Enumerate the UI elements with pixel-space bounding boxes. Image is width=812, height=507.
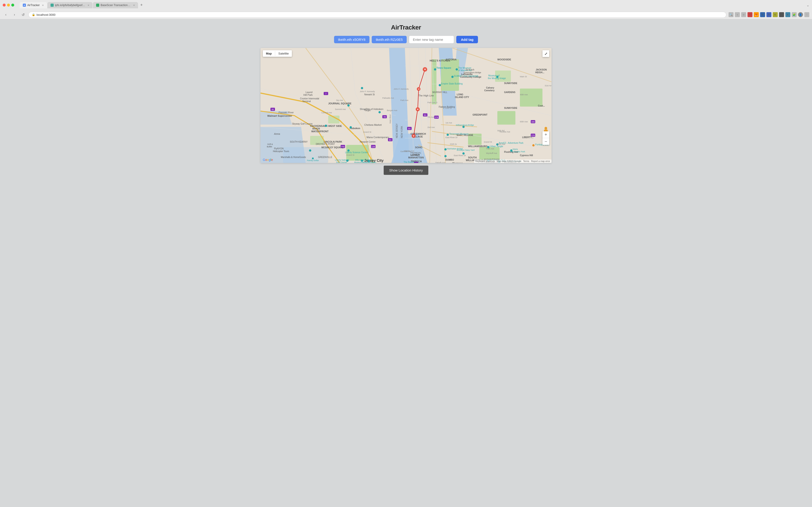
ext-icon1[interactable]: V bbox=[760, 12, 765, 17]
tab-close-ipfs[interactable]: ✕ bbox=[88, 4, 89, 6]
report-link[interactable]: Report a map error bbox=[531, 160, 550, 163]
show-location-history-button[interactable]: Show Location History bbox=[384, 166, 428, 175]
svg-text:▾: ▾ bbox=[413, 134, 415, 137]
expand-button[interactable]: ⌄ bbox=[807, 3, 809, 7]
svg-text:MCGINLEY SQUARE: MCGINLEY SQUARE bbox=[321, 146, 344, 149]
svg-text:Helicopter Tours: Helicopter Tours bbox=[273, 150, 289, 153]
minimize-button[interactable] bbox=[7, 4, 10, 6]
shield-icon[interactable]: 🛡 bbox=[748, 12, 753, 17]
satellite-view-button[interactable]: Satellite bbox=[275, 50, 292, 57]
share-icon[interactable]: ↑ bbox=[735, 12, 740, 17]
tag-1-button[interactable]: tkeith.eth x5ORY8 bbox=[334, 36, 369, 43]
avatar-icon[interactable]: 👤 bbox=[798, 12, 803, 17]
back-button[interactable]: ‹ bbox=[3, 11, 9, 18]
svg-text:Wegmans: Wegmans bbox=[452, 162, 463, 163]
svg-text:Main Blvd: Main Blvd bbox=[389, 114, 391, 123]
browser-actions: 🔍 ↑ ☆ 🛡 🦊 V R K ⬡ K 🧩 👤 ⋮ bbox=[728, 12, 809, 17]
svg-text:ISLAND CITY: ISLAND CITY bbox=[455, 96, 469, 99]
svg-text:Target: Target bbox=[364, 109, 370, 112]
svg-text:278: 278 bbox=[435, 116, 438, 118]
svg-text:Statue of Liberty: Statue of Liberty bbox=[362, 162, 376, 163]
svg-text:56th Rd: 56th Rd bbox=[497, 129, 505, 132]
svg-text:Newark St: Newark St bbox=[364, 93, 375, 96]
fox-icon[interactable]: 🦊 bbox=[754, 12, 759, 17]
svg-text:Arena: Arena bbox=[274, 133, 280, 135]
map-container: Passaic River Arena Skyway Golf Course S… bbox=[260, 48, 552, 163]
tab-close-basescan[interactable]: ✕ bbox=[133, 4, 135, 6]
svg-text:FlyNYON: FlyNYON bbox=[274, 147, 284, 150]
svg-text:NEW JERSEY: NEW JERSEY bbox=[396, 123, 398, 138]
svg-point-101 bbox=[532, 144, 535, 147]
tab-airtracker[interactable]: A AirTracker ✕ bbox=[19, 2, 47, 8]
page-content: AirTracker tkeith.eth x5ORY8 tkeith.eth … bbox=[0, 19, 812, 179]
svg-text:East River Dr: East River Dr bbox=[446, 136, 458, 138]
tab-basescan[interactable]: BaseScan Transaction Hash (... ✕ bbox=[93, 2, 138, 8]
svg-text:Main St: Main St bbox=[520, 75, 527, 78]
svg-text:Atlantic Ave: Atlantic Ave bbox=[404, 150, 414, 152]
zoom-in-button[interactable]: + bbox=[543, 131, 549, 138]
svg-text:Laurel: Laurel bbox=[306, 91, 313, 94]
svg-text:Ellis Island National: Ellis Island National bbox=[355, 159, 373, 161]
bookmark-icon[interactable]: ☆ bbox=[741, 12, 746, 17]
svg-text:Park Ave: Park Ave bbox=[400, 99, 408, 101]
tab-favicon-ipfs bbox=[51, 4, 54, 7]
map-data-text: Map data ©2023 Google bbox=[497, 160, 521, 163]
tags-row: tkeith.eth x5ORY8 tkeith.eth RZz0E5 Add … bbox=[334, 36, 478, 44]
map-fullscreen-button[interactable]: ⤢ bbox=[543, 50, 549, 57]
close-button[interactable] bbox=[3, 4, 6, 6]
forward-button[interactable]: › bbox=[11, 11, 17, 18]
svg-text:SUNNYSIDE: SUNNYSIDE bbox=[504, 107, 517, 109]
svg-text:▾: ▾ bbox=[424, 68, 426, 71]
svg-text:FDR Dr: FDR Dr bbox=[450, 143, 457, 145]
svg-text:139: 139 bbox=[371, 146, 375, 148]
svg-text:Maria: Maria bbox=[513, 148, 518, 150]
new-tab-button[interactable]: + bbox=[139, 2, 145, 8]
svg-text:SOUTH: SOUTH bbox=[468, 156, 477, 159]
app-title: AirTracker bbox=[391, 24, 421, 31]
tag-2-button[interactable]: tkeith.eth RZz0E5 bbox=[372, 36, 407, 43]
svg-point-90 bbox=[451, 76, 454, 78]
svg-text:Central Ave: Central Ave bbox=[321, 112, 332, 114]
svg-text:Family Dollar: Family Dollar bbox=[307, 159, 319, 162]
ext-icon4[interactable]: ⬡ bbox=[779, 12, 784, 17]
svg-rect-1 bbox=[283, 147, 328, 163]
map-view-button[interactable]: Map bbox=[263, 50, 275, 57]
tag-name-input[interactable] bbox=[409, 36, 454, 44]
address-bar[interactable]: 🔒 localhost:3000 bbox=[29, 12, 726, 18]
map-fullscreen-control: ⤢ bbox=[543, 50, 549, 57]
add-tag-button[interactable]: Add tag bbox=[456, 36, 478, 43]
maximize-button[interactable] bbox=[11, 4, 14, 6]
svg-text:John F. Kennedy: John F. Kennedy bbox=[394, 88, 409, 90]
zoom-out-button[interactable]: − bbox=[543, 138, 549, 145]
browser-titlebar: A AirTracker ✕ ipfs.io/ipfs/bafybeifgxef… bbox=[0, 0, 812, 10]
svg-text:Sip Ave: Sip Ave bbox=[336, 99, 343, 101]
ext-icon3[interactable]: K bbox=[773, 12, 778, 17]
svg-text:Golf Course: Golf Course bbox=[336, 161, 347, 163]
terms-link[interactable]: Terms bbox=[523, 160, 529, 163]
svg-text:495: 495 bbox=[531, 121, 535, 123]
keyboard-shortcuts-link[interactable]: Keyboard shortcuts bbox=[475, 160, 495, 163]
menu-icon[interactable]: ⋮ bbox=[804, 12, 809, 17]
svg-text:SOHO: SOHO bbox=[415, 146, 422, 149]
search-icon[interactable]: 🔍 bbox=[728, 12, 733, 17]
tab-ipfs[interactable]: ipfs.io/ipfs/bafybeifgxefi7fqwt... ✕ bbox=[47, 2, 93, 8]
svg-rect-208 bbox=[545, 127, 547, 129]
tab-close-airtracker[interactable]: ✕ bbox=[42, 4, 44, 6]
tab-favicon-airtracker: A bbox=[23, 4, 26, 7]
svg-text:Park Ave: Park Ave bbox=[486, 148, 494, 150]
puzzle-icon[interactable]: 🧩 bbox=[792, 12, 797, 17]
ext-icon2[interactable]: R bbox=[766, 12, 771, 17]
svg-text:The Bakery: The Bakery bbox=[404, 161, 415, 163]
svg-rect-8 bbox=[520, 89, 543, 107]
ext-icon5[interactable]: K bbox=[785, 12, 790, 17]
svg-text:SUMMIT One Vanderbilt: SUMMIT One Vanderbilt bbox=[454, 75, 478, 77]
tab-title-basescan: BaseScan Transaction Hash (... bbox=[101, 4, 131, 7]
svg-text:65th Ave: 65th Ave bbox=[520, 121, 528, 123]
svg-point-133 bbox=[361, 87, 363, 89]
svg-point-114 bbox=[444, 148, 447, 151]
refresh-button[interactable]: ↺ bbox=[20, 11, 26, 18]
svg-text:Tenement Museum: Tenement Museum bbox=[449, 133, 468, 135]
svg-point-138 bbox=[309, 150, 311, 152]
svg-text:East River Dr: East River Dr bbox=[454, 154, 466, 157]
svg-text:Ed Koch: Ed Koch bbox=[466, 68, 474, 71]
